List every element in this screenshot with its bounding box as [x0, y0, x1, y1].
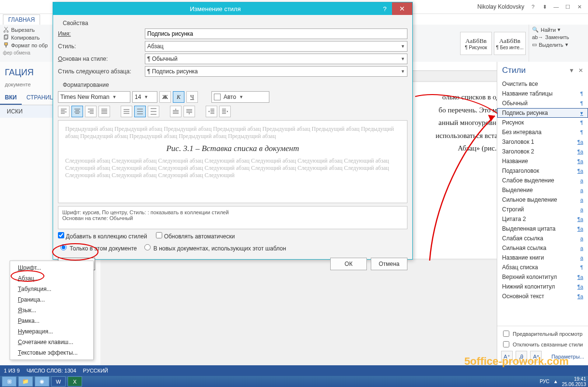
styles-pane-title: Стили ▼✕ [497, 62, 588, 79]
ctx-font[interactable]: Шрифт... [10, 263, 93, 273]
style-gallery[interactable]: АаБбВв¶ Рисунок АаБбВв¶ Без инте... [457, 25, 529, 62]
auto-update-checkbox[interactable]: Обновлять автоматически [156, 232, 235, 240]
help-icon[interactable]: ? [527, 2, 539, 11]
style-row[interactable]: Строгийa [497, 205, 588, 214]
add-to-gallery-checkbox[interactable]: Добавить в коллекцию стилей [58, 232, 147, 240]
properties-label: Свойства [58, 17, 407, 27]
font-size-select[interactable]: 14▼ [132, 91, 157, 103]
style-row[interactable]: Сильная ссылкаa [497, 243, 588, 253]
chrome-icon[interactable]: ◉ [35, 376, 49, 387]
word-count[interactable]: ЧИСЛО СЛОВ: 1304 [27, 368, 76, 373]
style-row[interactable]: Выделенная цитата¶a [497, 224, 588, 234]
style-row[interactable]: Нижний колонтитул¶a [497, 282, 588, 291]
indent-left-button[interactable] [206, 106, 217, 117]
ctx-language[interactable]: Язык... [10, 305, 93, 316]
word-icon[interactable]: W [51, 376, 66, 387]
style-row[interactable]: Заголовок 1¶a [497, 137, 588, 147]
maximize-icon[interactable]: ☐ [562, 2, 574, 11]
style-row[interactable]: Подпись рисунка▾ [497, 108, 588, 118]
cut-button[interactable]: Вырезать [3, 27, 55, 33]
preview-checkbox[interactable]: Предварительный просмотр [501, 329, 584, 338]
style-row[interactable]: Цитата 2¶a [497, 214, 588, 224]
style-row[interactable]: Без интервала¶ [497, 127, 588, 137]
excel-icon[interactable]: X [68, 376, 82, 387]
underline-button[interactable]: Ч [186, 91, 198, 103]
replace-button[interactable]: ab→ Заменить [532, 34, 585, 40]
style-row[interactable]: Слабое выделениеa [497, 176, 588, 185]
style-row[interactable]: Абзац списка¶ [497, 263, 588, 272]
styles-dropdown-icon[interactable]: ▼ [569, 67, 574, 74]
spacing-1-button[interactable] [121, 106, 132, 117]
font-color-select[interactable]: Авто▼ [211, 91, 269, 103]
style-row[interactable]: Рисунок¶ [497, 118, 588, 127]
align-left-button[interactable] [58, 106, 70, 117]
clipboard-label: фер обмена [3, 50, 55, 55]
align-justify-button[interactable] [98, 106, 110, 117]
dialog-close-icon[interactable]: ✕ [392, 2, 412, 15]
style-row[interactable]: Название¶a [497, 156, 588, 166]
language-indicator[interactable]: РУССКИЙ [83, 368, 108, 373]
ribbon-toggle-icon[interactable]: ⬍ [539, 2, 550, 11]
find-button[interactable]: 🔍 Найти ▾ [532, 27, 585, 33]
next-style-select[interactable]: ¶ Подпись рисунка▼ [145, 66, 407, 77]
new-docs-radio[interactable]: В новых документах, использующих этот ша… [142, 243, 286, 252]
indent-right-button[interactable] [219, 106, 231, 117]
ok-button[interactable]: ОК [330, 258, 367, 270]
style-type-select[interactable]: Абзац▼ [145, 41, 407, 52]
ctx-tabs[interactable]: Табуляция... [10, 284, 93, 294]
dialog-help-icon[interactable]: ? [378, 5, 392, 13]
ctx-text-effects[interactable]: Текстовые эффекты... [10, 347, 93, 358]
spacing-2-button[interactable] [134, 106, 146, 117]
style-box-2[interactable]: АаБбВв¶ Без инте... [494, 32, 526, 55]
cancel-button[interactable]: Отмена [371, 258, 407, 270]
ctx-paragraph[interactable]: Абзац... [10, 273, 93, 284]
ctx-frame[interactable]: Рамка... [10, 316, 93, 326]
editing-group: 🔍 Найти ▾ ab→ Заменить ▭ Выделить ▾ [529, 25, 588, 62]
format-painter-button[interactable]: Формат по обр [3, 42, 55, 48]
style-row[interactable]: Основной текст¶a [497, 291, 588, 301]
only-this-doc-radio[interactable]: Только в этом документе [58, 243, 137, 252]
ctx-numbering[interactable]: Нумерация... [10, 326, 93, 337]
dialog-titlebar[interactable]: Изменение стиля ? ✕ [53, 2, 412, 15]
select-button[interactable]: ▭ Выделить ▾ [532, 41, 585, 48]
bold-button[interactable]: Ж [159, 91, 171, 103]
close-icon[interactable]: ✕ [574, 2, 585, 11]
italic-button[interactable]: К [173, 91, 184, 103]
styles-list[interactable]: Очистить всеНазвание таблицы¶Обычный¶Под… [497, 79, 588, 326]
style-row[interactable]: Обычный¶ [497, 98, 588, 108]
based-on-select[interactable]: ¶ Обычный▼ [145, 54, 407, 64]
svg-rect-5 [6, 45, 7, 48]
spacing-3-button[interactable] [148, 106, 159, 117]
style-row[interactable]: Заголовок 2¶a [497, 147, 588, 156]
style-row[interactable]: Название таблицы¶ [497, 89, 588, 98]
disable-linked-checkbox[interactable]: Отключить связанные стили [501, 340, 584, 349]
style-row[interactable]: Выделениеa [497, 185, 588, 195]
space-after-button[interactable] [183, 106, 195, 117]
styles-close-icon[interactable]: ✕ [578, 67, 583, 74]
style-row[interactable]: Очистить все [497, 79, 588, 89]
next-style-label: Стиль следующего абзаца: [58, 68, 145, 75]
ctx-shortcut[interactable]: Сочетание клавиш... [10, 337, 93, 347]
name-input[interactable] [145, 28, 407, 39]
minimize-icon[interactable]: — [550, 2, 562, 11]
align-center-button[interactable] [71, 106, 83, 117]
space-before-button[interactable] [170, 106, 182, 117]
style-row[interactable]: Слабая ссылкаa [497, 234, 588, 243]
explorer-icon[interactable]: 📁 [18, 376, 33, 387]
style-row[interactable]: Сильное выделениеa [497, 195, 588, 205]
tab-home[interactable]: ГЛАВНАЯ [3, 14, 40, 25]
style-box-1[interactable]: АаБбВв¶ Рисунок [460, 32, 492, 55]
align-right-button[interactable] [85, 106, 97, 117]
ctx-border[interactable]: Граница... [10, 294, 93, 305]
nav-tab-headings[interactable]: ВКИ [0, 91, 22, 105]
system-tray[interactable]: РУС ▲ 19:4125.06.2013 [540, 376, 586, 387]
style-row[interactable]: Подзаголовок¶a [497, 166, 588, 176]
style-row[interactable]: Верхний колонтитул¶a [497, 272, 588, 282]
page-indicator[interactable]: 1 ИЗ 9 [4, 368, 20, 373]
font-select[interactable]: Times New Roman▼ [58, 91, 130, 103]
name-label: Имя: [58, 30, 145, 37]
copy-button[interactable]: Копировать [3, 34, 55, 41]
based-on-label: Основан на стиле: [58, 55, 145, 62]
start-button[interactable]: ⊞ [2, 376, 16, 387]
style-row[interactable]: Название книгиa [497, 253, 588, 263]
